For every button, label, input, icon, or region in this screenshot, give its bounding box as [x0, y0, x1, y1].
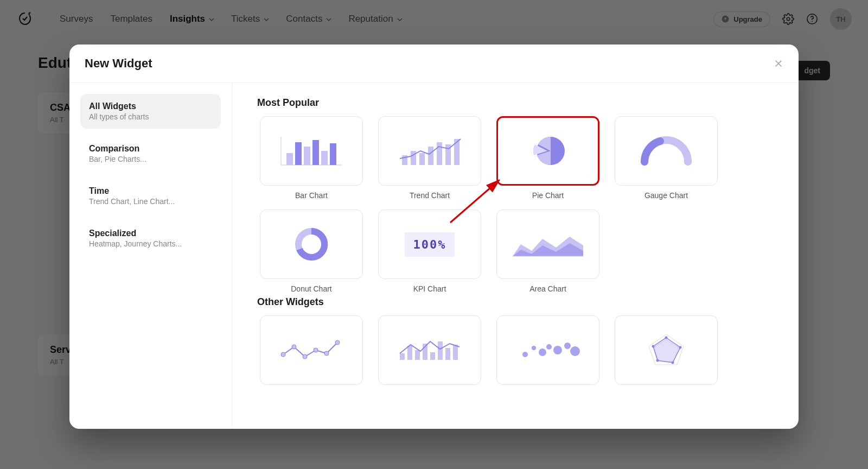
- widget-label: KPI Chart: [413, 284, 446, 293]
- svg-rect-32: [415, 350, 420, 360]
- donut-chart-icon: [260, 210, 363, 279]
- line-chart-icon: [260, 315, 363, 385]
- kpi-chart-icon: 100%: [378, 210, 481, 279]
- widget-radar[interactable]: [612, 315, 720, 385]
- svg-rect-15: [428, 147, 433, 165]
- category-all-widgets[interactable]: All WidgetsAll types of charts: [80, 94, 221, 129]
- area-chart-icon: [496, 210, 599, 279]
- gauge-chart-icon: [615, 116, 718, 186]
- category-label: All Widgets: [89, 102, 212, 111]
- svg-point-29: [335, 340, 340, 345]
- svg-rect-10: [321, 151, 328, 165]
- combo-chart-icon: [378, 315, 481, 385]
- widget-label: Gauge Chart: [644, 191, 688, 200]
- bubble-chart-icon: [496, 315, 599, 385]
- svg-rect-18: [454, 139, 459, 165]
- svg-point-52: [652, 345, 655, 348]
- widget-label: Area Chart: [529, 284, 566, 293]
- widget-pie-chart[interactable]: Pie Chart: [494, 116, 602, 200]
- new-widget-modal: New Widget All WidgetsAll types of chart…: [69, 45, 799, 429]
- svg-point-50: [672, 362, 674, 364]
- svg-point-25: [292, 345, 296, 349]
- svg-rect-9: [312, 140, 319, 165]
- category-comparison[interactable]: ComparisonBar, Pie Charts...: [80, 136, 221, 171]
- section-title: Most Popular: [257, 97, 774, 109]
- widget-label: Trend Chart: [410, 191, 450, 200]
- close-icon[interactable]: [774, 59, 783, 68]
- svg-rect-16: [437, 142, 442, 165]
- widget-label: Bar Chart: [295, 191, 328, 200]
- svg-rect-8: [304, 147, 310, 165]
- svg-point-41: [546, 344, 552, 350]
- svg-rect-14: [419, 153, 425, 165]
- svg-point-44: [570, 346, 580, 356]
- svg-point-27: [314, 348, 318, 352]
- svg-point-48: [665, 337, 668, 339]
- widget-area-chart[interactable]: Area Chart: [494, 210, 602, 293]
- svg-rect-11: [330, 143, 336, 165]
- svg-rect-7: [295, 142, 302, 165]
- widget-bar-chart[interactable]: Bar Chart: [257, 116, 366, 200]
- svg-point-24: [281, 352, 285, 357]
- modal-title: New Widget: [85, 56, 152, 71]
- widget-label: Pie Chart: [532, 191, 564, 200]
- svg-point-39: [532, 346, 536, 350]
- category-time[interactable]: TimeTrend Chart, Line Chart...: [80, 179, 221, 213]
- widget-category-sidebar: All WidgetsAll types of chartsComparison…: [69, 83, 232, 429]
- category-sub: Heatmap, Journey Charts...: [89, 239, 212, 248]
- widget-donut-chart[interactable]: Donut Chart: [257, 210, 366, 293]
- svg-point-28: [324, 351, 329, 356]
- svg-point-40: [539, 348, 546, 356]
- radar-chart-icon: [615, 315, 718, 385]
- svg-rect-6: [286, 153, 293, 165]
- modal-header: New Widget: [69, 45, 799, 83]
- svg-rect-31: [407, 346, 412, 360]
- svg-rect-30: [400, 353, 405, 360]
- category-label: Time: [89, 186, 212, 196]
- svg-rect-35: [438, 341, 443, 360]
- svg-rect-34: [430, 352, 435, 360]
- svg-point-43: [564, 343, 571, 349]
- widget-combo[interactable]: [375, 315, 484, 385]
- svg-point-49: [679, 346, 682, 349]
- svg-point-38: [522, 352, 528, 357]
- widget-line[interactable]: [257, 315, 366, 385]
- widget-kpi-chart[interactable]: 100%KPI Chart: [375, 210, 484, 293]
- category-sub: Bar, Pie Charts...: [89, 155, 212, 163]
- widget-label: Donut Chart: [291, 284, 331, 293]
- trend-chart-icon: [378, 116, 481, 186]
- svg-rect-37: [453, 345, 458, 360]
- svg-point-42: [553, 346, 562, 354]
- svg-point-26: [303, 354, 307, 359]
- bar-chart-icon: [260, 116, 363, 186]
- widget-trend-chart[interactable]: Trend Chart: [375, 116, 484, 200]
- pie-chart-icon: [496, 116, 599, 186]
- category-sub: Trend Chart, Line Chart...: [89, 197, 212, 206]
- category-specialized[interactable]: SpecializedHeatmap, Journey Charts...: [80, 221, 221, 256]
- widget-bubble[interactable]: [494, 315, 602, 385]
- svg-rect-36: [445, 348, 450, 360]
- category-label: Specialized: [89, 229, 212, 238]
- widget-gauge-chart[interactable]: Gauge Chart: [612, 116, 720, 200]
- widget-gallery: Most PopularBar ChartTrend ChartPie Char…: [232, 83, 799, 429]
- svg-rect-13: [411, 151, 416, 165]
- category-label: Comparison: [89, 144, 212, 154]
- category-sub: All types of charts: [89, 112, 212, 121]
- svg-point-51: [656, 359, 659, 362]
- section-title: Other Widgets: [257, 296, 774, 308]
